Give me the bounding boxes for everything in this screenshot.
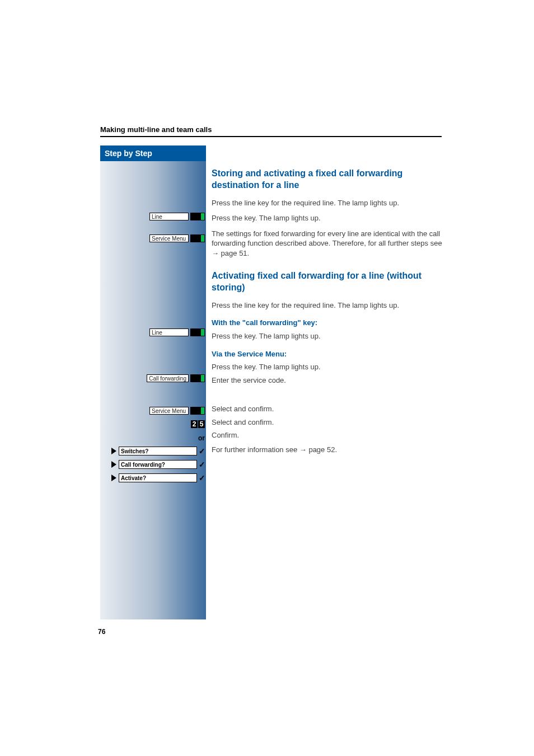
p-further-info-text: For further information see: [212, 445, 299, 454]
menu-activate: Activate?: [119, 473, 197, 482]
menu-call-forwarding: Call forwarding?: [119, 460, 197, 469]
subheading-call-forwarding-key: With the "call forwarding" key:: [212, 318, 442, 328]
lamp-icon: [190, 407, 205, 415]
p-press-line-2: Press the line key for the required line…: [212, 300, 442, 311]
step-or: or: [198, 434, 205, 442]
heading-activating-without-storing: Activating fixed call forwarding for a l…: [212, 270, 442, 294]
service-menu-key-label: Service Menu: [149, 234, 189, 242]
play-icon: [111, 475, 116, 481]
p-press-key-1: Press the key. The lamp lights up.: [212, 213, 442, 223]
lamp-icon: [190, 328, 205, 336]
lamp-icon: [190, 374, 205, 382]
step-sidebar: Step by Step Line Service Menu Line Call…: [100, 145, 206, 618]
p-enter-code: Enter the service code.: [212, 375, 442, 386]
play-icon: [111, 448, 116, 454]
header-rule: [100, 136, 442, 137]
link-page-52[interactable]: → page 52.: [299, 445, 337, 454]
step-call-forwarding-key: Call forwarding: [147, 374, 205, 382]
step-service-menu-2: Service Menu: [149, 407, 205, 415]
check-icon: ✓: [198, 447, 206, 456]
call-forwarding-key-label: Call forwarding: [147, 374, 189, 382]
lamp-icon: [190, 213, 205, 220]
sidebar-body: Line Service Menu Line Call forwarding S…: [100, 161, 206, 619]
step-line-2: Line: [149, 328, 205, 336]
lamp-icon: [190, 234, 205, 242]
code-digit-1: 2: [191, 420, 198, 428]
play-icon: [111, 461, 116, 468]
step-service-code: 2 5: [190, 420, 205, 428]
heading-storing-activating: Storing and activating a fixed call forw…: [212, 168, 442, 191]
page-number: 76: [98, 628, 105, 636]
line-key-label: Line: [149, 328, 189, 336]
p-press-line-1: Press the line key for the required line…: [212, 198, 442, 208]
step-activate: Activate? ✓: [111, 473, 206, 482]
section-header: Making multi-line and team calls: [100, 125, 212, 134]
service-menu-key-label: Service Menu: [149, 407, 189, 415]
menu-switches: Switches?: [119, 447, 197, 456]
step-switches: Switches? ✓: [111, 447, 206, 456]
p-settings-note: The settings for fixed forwarding for ev…: [212, 229, 442, 259]
p-confirm: Confirm.: [212, 430, 442, 440]
p-select-confirm-1: Select and confirm.: [212, 404, 442, 414]
main-content: Storing and activating a fixed call forw…: [212, 145, 442, 460]
check-icon: ✓: [198, 473, 206, 482]
p-select-confirm-2: Select and confirm.: [212, 417, 442, 428]
link-page-51[interactable]: → page 51.: [212, 249, 249, 257]
line-key-label: Line: [149, 213, 189, 220]
check-icon: ✓: [198, 460, 206, 469]
sidebar-title: Step by Step: [100, 145, 206, 161]
code-digit-2: 5: [198, 420, 205, 428]
step-service-menu-1: Service Menu: [149, 234, 205, 242]
p-press-key-2: Press the key. The lamp lights up.: [212, 331, 442, 341]
or-label: or: [198, 434, 205, 442]
step-call-forwarding-menu: Call forwarding? ✓: [111, 460, 206, 469]
p-further-info: For further information see → page 52.: [212, 445, 442, 455]
subheading-via-service-menu: Via the Service Menu:: [212, 349, 442, 359]
step-line-1: Line: [149, 213, 205, 220]
p-press-key-3: Press the key. The lamp lights up.: [212, 362, 442, 372]
p-settings-note-text: The settings for fixed forwarding for ev…: [212, 229, 442, 248]
